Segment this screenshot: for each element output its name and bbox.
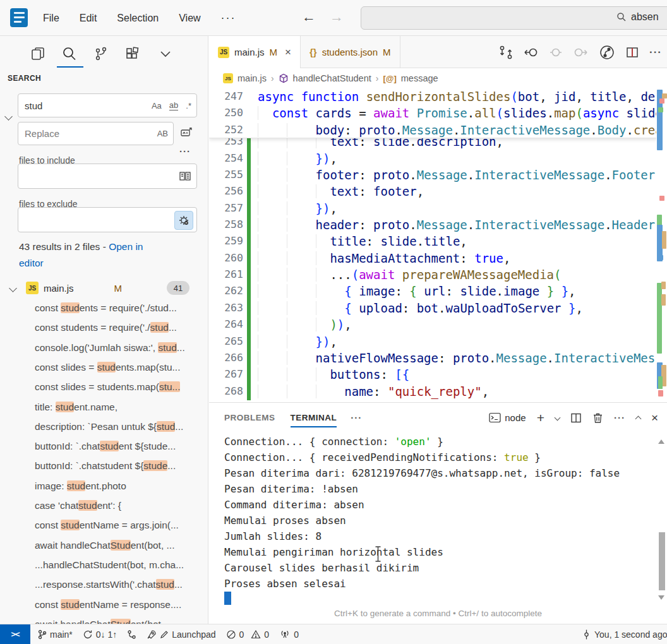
- split-terminal-icon[interactable]: [570, 412, 582, 424]
- breadcrumb-symbol[interactable]: message: [401, 73, 438, 83]
- code-editor[interactable]: 253 text: slide.description,254 }),255 f…: [209, 88, 667, 402]
- code-line: 260 hasMediaAttachment: true,: [209, 250, 657, 266]
- terminal-scroll-up-icon[interactable]: [658, 439, 664, 444]
- terminal-scroll-down-icon[interactable]: [658, 595, 664, 600]
- code-line: 258 header: proto.Message.InteractiveMes…: [209, 217, 657, 233]
- close-panel-icon[interactable]: ×: [651, 411, 658, 425]
- search-result-item[interactable]: case 'chatstudent': {: [0, 496, 208, 515]
- menu-view[interactable]: View: [179, 13, 200, 24]
- problems-status-item[interactable]: 0 0: [226, 629, 270, 640]
- terminal-line: Connection... { receivedPendingNotificat…: [224, 450, 541, 465]
- new-terminal-icon[interactable]: +: [537, 410, 544, 426]
- breadcrumb-file[interactable]: main.js: [237, 73, 267, 83]
- search-result-item[interactable]: await handleChatStudent(bot, ...: [0, 535, 208, 555]
- launchpad-status-item[interactable]: Launchpad: [147, 629, 215, 640]
- symbol-function-icon: [279, 73, 289, 83]
- search-more-actions-icon[interactable]: ···: [179, 146, 191, 157]
- file-modified-badge: M: [114, 283, 123, 294]
- search-result-item[interactable]: const slides = students.map(stu...: [0, 377, 208, 397]
- extensions-icon[interactable]: [123, 45, 141, 63]
- views-chevron-icon[interactable]: [157, 45, 174, 63]
- menu-selection[interactable]: Selection: [117, 13, 159, 24]
- search-result-item[interactable]: const studentName = response....: [0, 595, 208, 614]
- menu-file[interactable]: File: [43, 13, 59, 24]
- tab-modified-badge: M: [270, 47, 278, 57]
- panel-views-more-icon[interactable]: ···: [614, 412, 625, 423]
- git-branch-icon: [38, 629, 47, 640]
- panel-more-icon[interactable]: ···: [351, 412, 362, 423]
- terminal-scrollbar[interactable]: [659, 532, 665, 590]
- terminal-profile-chevron-icon[interactable]: [554, 415, 560, 421]
- run-icon[interactable]: [599, 44, 615, 61]
- split-editor-icon[interactable]: [626, 46, 639, 59]
- match-case-icon[interactable]: Aa: [152, 101, 162, 110]
- compare-changes-icon[interactable]: [499, 45, 513, 60]
- open-editors-book-icon[interactable]: [179, 170, 191, 182]
- search-result-item[interactable]: title: student.name,: [0, 397, 208, 417]
- search-result-item[interactable]: const students = require('./stud...: [0, 318, 208, 337]
- replace-input[interactable]: Replace AB: [18, 122, 174, 145]
- tab-terminal[interactable]: TERMINAL: [291, 403, 337, 432]
- code-line: 259 title: slide.title,: [209, 233, 657, 249]
- activity-bar: [0, 36, 208, 71]
- minimap-mark: [659, 98, 664, 104]
- search-result-item[interactable]: const studentName = args.join(...: [0, 515, 208, 535]
- tab-problems[interactable]: PROBLEMS: [224, 403, 275, 432]
- editor-more-actions-icon[interactable]: ···: [649, 46, 662, 59]
- tab-students-json[interactable]: {} students.json M: [301, 36, 400, 68]
- result-file-row[interactable]: JS main.js M 41: [0, 278, 208, 298]
- search-result-item[interactable]: description: `Pesan untuk ${stud...: [0, 417, 208, 436]
- menu-edit[interactable]: Edit: [80, 13, 97, 24]
- source-control-graph-item[interactable]: [127, 629, 136, 640]
- tab-close-icon[interactable]: ×: [285, 46, 291, 59]
- replace-all-icon[interactable]: [179, 126, 193, 140]
- search-result-item[interactable]: buttonId: `.chatstudent ${stude...: [0, 456, 208, 475]
- search-icon: [616, 12, 627, 22]
- search-input[interactable]: stud Aa ab .*: [18, 93, 197, 117]
- search-result-item[interactable]: await handleChatStudent(bot,: [0, 614, 208, 624]
- minimap-mark: [658, 390, 663, 397]
- terminal-line: Carousel slides berhasil dikirim: [224, 560, 419, 576]
- code-line: 266 nativeFlowMessage: proto.Message.Int…: [209, 350, 657, 366]
- command-center-searchbox[interactable]: absen: [361, 6, 667, 30]
- maximize-panel-chevron-icon[interactable]: [635, 416, 641, 422]
- remote-indicator[interactable]: ><: [0, 624, 30, 644]
- sync-status-item[interactable]: 0↓ 1↑: [83, 629, 117, 640]
- search-result-item[interactable]: console.log('Jumlah siswa:', stud...: [0, 338, 208, 357]
- file-twistie-icon[interactable]: [9, 284, 17, 292]
- branch-status-item[interactable]: main*: [38, 629, 73, 640]
- replace-placeholder: Replace: [18, 128, 59, 139]
- search-view-icon[interactable]: [61, 45, 78, 63]
- terminal-instance[interactable]: node: [489, 412, 526, 423]
- terminal-output[interactable]: Connection... { connection: 'open' }Conn…: [209, 432, 667, 607]
- files-include-input[interactable]: [18, 164, 197, 189]
- commit-info-item[interactable]: You, 1 second ago: [582, 624, 667, 644]
- explorer-icon[interactable]: [29, 45, 47, 63]
- exclude-settings-gear-icon[interactable]: [174, 211, 193, 230]
- breadcrumb-symbol[interactable]: handleChatStudent: [293, 73, 371, 83]
- previous-change-icon[interactable]: [524, 46, 539, 59]
- tab-main-js[interactable]: JS main.js M ×: [209, 36, 301, 68]
- code-line: 264 )),: [209, 316, 657, 333]
- toggle-replace-chevron-icon[interactable]: [4, 112, 13, 121]
- line-number: 264: [209, 316, 243, 333]
- bottom-panel: PROBLEMS TERMINAL ··· node + ··· ×: [209, 402, 667, 624]
- menu-more-icon[interactable]: ···: [221, 11, 236, 25]
- sync-counts: 0↓ 1↑: [96, 629, 117, 640]
- nav-back-icon[interactable]: ←: [302, 9, 316, 25]
- active-view-underline: [57, 66, 83, 68]
- search-result-item[interactable]: buttonId: `.chatstudent ${stude...: [0, 436, 208, 456]
- whole-word-icon[interactable]: ab: [169, 100, 178, 110]
- source-control-icon[interactable]: [92, 45, 110, 63]
- regex-icon[interactable]: .*: [186, 101, 191, 110]
- search-result-item[interactable]: image: student.photo: [0, 476, 208, 496]
- kill-terminal-trash-icon[interactable]: [592, 412, 603, 424]
- search-result-item[interactable]: ...handleChatStudent(bot, m.cha...: [0, 555, 208, 575]
- search-result-item[interactable]: const slides = students.map(stu...: [0, 357, 208, 377]
- files-exclude-input[interactable]: [18, 207, 197, 232]
- search-result-item[interactable]: ...response.startsWith('.chatstud...: [0, 575, 208, 594]
- preserve-case-icon[interactable]: AB: [157, 129, 168, 138]
- search-result-item[interactable]: const students = require('./stud...: [0, 298, 208, 318]
- ports-status-item[interactable]: 0: [279, 629, 299, 640]
- code-line: 257 }),: [209, 200, 657, 217]
